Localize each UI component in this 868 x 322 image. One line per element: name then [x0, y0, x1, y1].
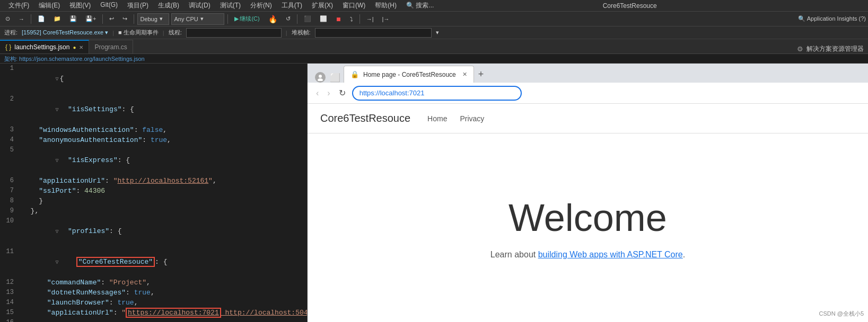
site-description-link[interactable]: building Web apps with ASP.NET Core — [538, 250, 683, 259]
toolbar-separator-debug2: | — [163, 30, 164, 36]
forward-button[interactable]: → — [15, 13, 28, 25]
site-nav: Home Privacy — [427, 114, 484, 123]
code-line-11: 11 ▽ "Core6TestResouce": { — [0, 247, 307, 278]
stop-button[interactable]: ⏹ — [332, 13, 345, 25]
browser-tab-icon-square[interactable]: ⬜ — [330, 73, 340, 83]
menu-extensions[interactable]: 扩展(X) — [308, 0, 337, 11]
save-button[interactable]: 💾 — [66, 13, 80, 25]
expand-1[interactable]: ▽ — [55, 76, 58, 82]
menu-bar: 文件(F) 编辑(E) 视图(V) Git(G) 项目(P) 生成(B) 调试(… — [4, 0, 438, 11]
menu-items[interactable]: 文件(F) 编辑(E) 视图(V) Git(G) 项目(P) 生成(B) 调试(… — [4, 0, 438, 11]
browser-url-input[interactable] — [352, 86, 522, 101]
step-over-button[interactable]: ⤵ — [347, 13, 356, 25]
expand-10[interactable]: ▽ — [55, 229, 58, 235]
debug-config-arrow: ▾ — [160, 15, 163, 22]
browser-tab-close[interactable]: ✕ — [462, 71, 467, 78]
site-nav-home[interactable]: Home — [427, 114, 447, 123]
toolbar-separator-2 — [102, 14, 103, 24]
tab-bar-right: ⚙ 解决方案资源管理器 — [797, 44, 868, 53]
browser-tab-favicon: 🔒 — [350, 70, 359, 78]
debug-config-label: Debug — [140, 16, 157, 22]
thread-label: 线程: — [169, 29, 182, 37]
code-line-10: 10 ▽ "profiles": { — [0, 216, 307, 247]
process-label: 进程: — [4, 29, 17, 37]
thread-input[interactable] — [186, 28, 282, 38]
code-line-6: 6 "applicationUrl": "http://localhost:52… — [0, 176, 307, 186]
menu-window[interactable]: 窗口(W) — [338, 0, 370, 11]
continue-button[interactable]: ▶ 继续(C) — [231, 13, 262, 25]
code-line-15: 15 "applicationUrl": "https://localhost:… — [0, 308, 307, 318]
expand-11[interactable]: ▽ — [55, 260, 58, 265]
schema-url[interactable]: 架构: https://json.schemastore.org/launchS… — [4, 56, 145, 62]
browser-forward-button[interactable]: › — [325, 86, 332, 100]
continue-label: 继续(C) — [240, 15, 259, 23]
toolbar-separator-1 — [31, 14, 31, 24]
menu-file[interactable]: 文件(F) — [4, 0, 33, 11]
browser-tab-title: Home page - Core6TestResouce — [363, 71, 456, 78]
menu-project[interactable]: 项目(P) — [123, 0, 153, 11]
menu-view[interactable]: 视图(V) — [65, 0, 95, 11]
new-file-button[interactable]: 📄 — [34, 13, 48, 25]
debug-config-dropdown[interactable]: Debug ▾ — [137, 13, 169, 25]
toolbar-separator-6 — [360, 14, 360, 24]
redo-button[interactable]: ↪ — [119, 13, 130, 25]
menu-edit[interactable]: 编辑(E) — [34, 0, 64, 11]
menu-help[interactable]: 帮助(H) — [371, 0, 401, 11]
undo-button[interactable]: ↩ — [106, 13, 117, 25]
editor-tab-bar: { } launchSettings.json ● ✕ Program.cs ⚙… — [0, 39, 868, 54]
browser-active-tab[interactable]: 🔒 Home page - Core6TestResouce ✕ — [344, 66, 474, 83]
menu-test[interactable]: 测试(T) — [216, 0, 245, 11]
browser-refresh-button[interactable]: ↻ — [337, 86, 348, 100]
browser-new-tab-button[interactable]: + — [474, 66, 488, 83]
breakpoints-button[interactable]: ⬛ — [301, 13, 314, 25]
hot-reload-button[interactable]: 🔥 — [265, 13, 280, 25]
tab-launch-settings-close[interactable]: ✕ — [79, 44, 83, 50]
site-brand: Core6TestResouce — [320, 112, 410, 124]
menu-tools[interactable]: 工具(T) — [277, 0, 306, 11]
code-line-8: 8 } — [0, 196, 307, 206]
open-button[interactable]: 📁 — [50, 13, 64, 25]
site-nav-privacy[interactable]: Privacy — [460, 114, 484, 123]
toolbar-separator-debug: | — [112, 30, 114, 36]
browser-profile-avatar[interactable] — [315, 72, 326, 83]
toolbar-separator-5 — [297, 14, 297, 24]
menu-analyze[interactable]: 分析(N) — [246, 0, 276, 11]
stack-label: 堆栈帧: — [292, 29, 311, 37]
step-out-button[interactable]: |→ — [379, 13, 393, 25]
code-line-12: 12 "commandName": "Project", — [0, 278, 307, 288]
cpu-config-dropdown[interactable]: Any CPU ▾ — [171, 13, 224, 25]
menu-debug[interactable]: 调试(D) — [185, 0, 215, 11]
site-description-prefix: Learn about — [490, 250, 538, 259]
browser-back-button[interactable]: ‹ — [314, 86, 321, 100]
restart-button[interactable]: ↺ — [283, 13, 294, 25]
main-toolbar: ⊙ → 📄 📁 💾 💾+ ↩ ↪ Debug ▾ Any CPU ▾ ▶ 继续(… — [0, 12, 868, 26]
tab-program[interactable]: Program.cs — [89, 40, 133, 53]
solution-explorer-label[interactable]: 解决方案资源管理器 — [806, 44, 864, 53]
app-insights-label[interactable]: 🔍 Application Insights (?) — [798, 15, 866, 22]
expand-2[interactable]: ▽ — [55, 107, 58, 113]
svg-point-0 — [319, 75, 322, 78]
tab-launch-settings-modified: ● — [73, 44, 76, 50]
menu-build[interactable]: 生成(B) — [154, 0, 183, 11]
save-all-button[interactable]: 💾+ — [82, 13, 99, 25]
tab-program-label: Program.cs — [94, 43, 127, 51]
stack-input[interactable] — [315, 28, 432, 38]
main-content: 1 ▽{ 2 ▽ "iisSettings": { 3 "windowsAuth… — [0, 64, 868, 322]
lifecycle-label[interactable]: ■ 生命周期事件 — [118, 29, 159, 37]
back-button[interactable]: ⊙ — [2, 13, 13, 25]
menu-search[interactable]: 🔍 搜索... — [402, 0, 438, 11]
process-value[interactable]: [15952] Core6TestResouce.exe ▾ — [22, 29, 108, 36]
expand-5[interactable]: ▽ — [55, 158, 58, 164]
tab-launch-settings[interactable]: { } launchSettings.json ● ✕ — [0, 40, 89, 53]
site-description-suffix: . — [683, 250, 685, 259]
step-into-button[interactable]: →| — [363, 13, 377, 25]
toolbar-right: 🔍 Application Insights (?) — [798, 15, 866, 22]
show-next-button[interactable]: ⬜ — [317, 13, 330, 25]
code-line-9: 9 }, — [0, 206, 307, 216]
toolbar-separator-debug3: | — [286, 30, 287, 36]
watermark: CSDN @全栈小5 — [819, 310, 864, 318]
site-description: Learn about building Web apps with ASP.N… — [490, 250, 685, 260]
settings-icon[interactable]: ⚙ — [797, 45, 803, 53]
tab-launch-settings-label: launchSettings.json — [14, 43, 69, 51]
menu-git[interactable]: Git(G) — [96, 0, 122, 11]
